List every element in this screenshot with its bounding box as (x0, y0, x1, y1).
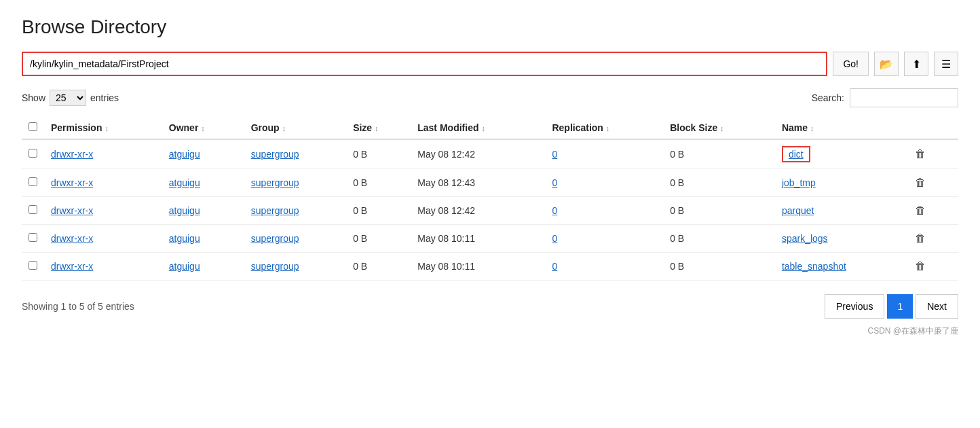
col-header-block-size: Block Size ↕ (663, 117, 775, 139)
last-modified-cell: May 08 10:11 (411, 225, 545, 253)
show-entries: Show 10 25 50 100 entries (22, 90, 119, 106)
name-link[interactable]: spark_logs (782, 233, 828, 244)
path-input[interactable] (22, 52, 827, 76)
owner-link[interactable]: atguigu (169, 149, 200, 160)
col-header-last-modified: Last Modified ↕ (411, 117, 545, 139)
table-body: drwxr-xr-xatguigusupergroup0 BMay 08 12:… (22, 139, 958, 281)
last-modified-cell: May 08 12:42 (411, 197, 545, 225)
row-checkbox[interactable] (29, 205, 37, 214)
permission-link[interactable]: drwxr-xr-x (51, 261, 93, 272)
replication-link[interactable]: 0 (552, 233, 557, 244)
block-size-cell: 0 B (663, 139, 775, 169)
sort-replication[interactable]: ↕ (606, 124, 610, 132)
row-checkbox[interactable] (29, 261, 37, 270)
size-cell: 0 B (346, 169, 411, 197)
next-button[interactable]: Next (916, 294, 958, 319)
page-title: Browse Directory (22, 16, 958, 38)
table-row: drwxr-xr-xatguigusupergroup0 BMay 08 12:… (22, 139, 958, 169)
col-header-size: Size ↕ (346, 117, 411, 139)
permission-link[interactable]: drwxr-xr-x (51, 233, 93, 244)
name-link[interactable]: table_snapshot (782, 261, 846, 272)
permission-link[interactable]: drwxr-xr-x (51, 177, 93, 188)
col-header-actions (904, 117, 958, 139)
delete-button[interactable]: 🗑 (911, 259, 930, 274)
delete-button[interactable]: 🗑 (911, 147, 930, 162)
entries-label: entries (90, 92, 119, 103)
upload-icon: ⬆ (912, 58, 921, 71)
table-row: drwxr-xr-xatguigusupergroup0 BMay 08 12:… (22, 197, 958, 225)
name-link[interactable]: job_tmp (782, 177, 816, 188)
last-modified-cell: May 08 12:43 (411, 169, 545, 197)
controls-bar: Show 10 25 50 100 entries Search: (22, 88, 958, 107)
path-bar: Go! 📂 ⬆ ☰ (22, 52, 958, 76)
size-cell: 0 B (346, 197, 411, 225)
col-header-replication: Replication ↕ (545, 117, 663, 139)
sort-size[interactable]: ↕ (375, 124, 379, 132)
block-size-cell: 0 B (663, 169, 775, 197)
row-checkbox[interactable] (29, 149, 37, 158)
owner-link[interactable]: atguigu (169, 205, 200, 216)
col-header-group: Group ↕ (244, 117, 346, 139)
sort-group[interactable]: ↕ (282, 124, 286, 132)
name-highlighted-link[interactable]: dict (782, 146, 810, 162)
group-link[interactable]: supergroup (251, 177, 299, 188)
delete-button[interactable]: 🗑 (911, 231, 930, 246)
owner-link[interactable]: atguigu (169, 233, 200, 244)
search-input[interactable] (850, 88, 958, 107)
footer-bar: Showing 1 to 5 of 5 entries Previous 1 N… (22, 294, 958, 319)
sort-owner[interactable]: ↕ (201, 124, 205, 132)
entries-select[interactable]: 10 25 50 100 (50, 90, 86, 106)
showing-text: Showing 1 to 5 of 5 entries (22, 301, 134, 312)
size-cell: 0 B (346, 225, 411, 253)
replication-link[interactable]: 0 (552, 205, 557, 216)
previous-button[interactable]: Previous (825, 294, 884, 319)
search-bar: Search: (812, 88, 958, 107)
row-checkbox[interactable] (29, 177, 37, 186)
replication-link[interactable]: 0 (552, 177, 557, 188)
delete-button[interactable]: 🗑 (911, 203, 930, 218)
folder-icon: 📂 (880, 58, 893, 71)
last-modified-cell: May 08 12:42 (411, 139, 545, 169)
go-button[interactable]: Go! (833, 52, 869, 76)
col-header-owner: Owner ↕ (162, 117, 244, 139)
col-header-permission: Permission ↕ (44, 117, 162, 139)
block-size-cell: 0 B (663, 253, 775, 281)
sort-permission[interactable]: ↕ (105, 124, 109, 132)
size-cell: 0 B (346, 139, 411, 169)
owner-link[interactable]: atguigu (169, 261, 200, 272)
permission-link[interactable]: drwxr-xr-x (51, 149, 93, 160)
col-header-name: Name ↕ (775, 117, 904, 139)
file-table: Permission ↕ Owner ↕ Group ↕ Size ↕ Last… (22, 117, 958, 281)
select-all-checkbox[interactable] (29, 122, 37, 131)
group-link[interactable]: supergroup (251, 205, 299, 216)
size-cell: 0 B (346, 253, 411, 281)
permission-link[interactable]: drwxr-xr-x (51, 205, 93, 216)
group-link[interactable]: supergroup (251, 261, 299, 272)
block-size-cell: 0 B (663, 225, 775, 253)
row-checkbox[interactable] (29, 233, 37, 242)
table-icon: ☰ (941, 58, 951, 71)
group-link[interactable]: supergroup (251, 149, 299, 160)
table-header: Permission ↕ Owner ↕ Group ↕ Size ↕ Last… (22, 117, 958, 139)
owner-link[interactable]: atguigu (169, 177, 200, 188)
replication-link[interactable]: 0 (552, 149, 557, 160)
upload-button[interactable]: ⬆ (904, 52, 928, 76)
last-modified-cell: May 08 10:11 (411, 253, 545, 281)
delete-button[interactable]: 🗑 (911, 175, 930, 190)
current-page-number[interactable]: 1 (887, 294, 913, 319)
sort-last-modified[interactable]: ↕ (481, 124, 485, 132)
table-row: drwxr-xr-xatguigusupergroup0 BMay 08 10:… (22, 253, 958, 281)
table-row: drwxr-xr-xatguigusupergroup0 BMay 08 12:… (22, 169, 958, 197)
sort-name[interactable]: ↕ (810, 124, 814, 132)
replication-link[interactable]: 0 (552, 261, 557, 272)
table-row: drwxr-xr-xatguigusupergroup0 BMay 08 10:… (22, 225, 958, 253)
watermark: CSDN @在森林中廉了鹿 (22, 325, 958, 337)
table-button[interactable]: ☰ (934, 52, 958, 76)
pagination: Previous 1 Next (825, 294, 958, 319)
show-label: Show (22, 92, 45, 103)
name-link[interactable]: parquet (782, 205, 814, 216)
sort-block-size[interactable]: ↕ (720, 124, 724, 132)
search-label: Search: (812, 92, 844, 103)
folder-button[interactable]: 📂 (874, 52, 899, 76)
group-link[interactable]: supergroup (251, 233, 299, 244)
